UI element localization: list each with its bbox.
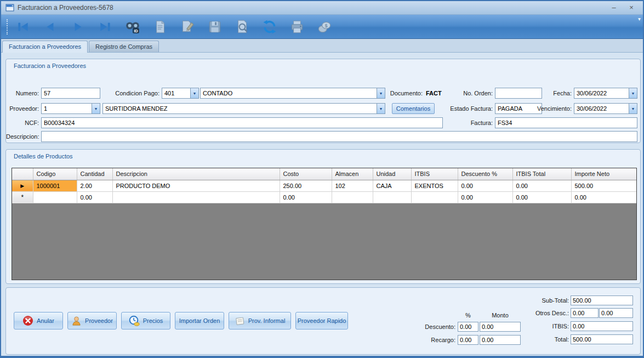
cell-descuento[interactable]: 0.00: [458, 180, 512, 191]
tab-registro-compras[interactable]: Registro de Compras: [89, 41, 159, 52]
dropdown-arrow-icon[interactable]: ▼: [377, 104, 385, 113]
cell-almacen[interactable]: [332, 191, 373, 203]
cell-descripcion[interactable]: PRODUCTO DEMO: [112, 180, 280, 191]
proveedor-rapido-label: Proveedor Rapido: [298, 317, 346, 324]
print-button[interactable]: [288, 18, 306, 36]
column-header-itbis-total[interactable]: ITBIS Total: [512, 168, 571, 180]
invoice-header-group: Facturacion a Proveedores Numero: Condic…: [5, 59, 641, 143]
cell-itbis-total[interactable]: 0.00: [512, 191, 571, 203]
cell-itbis[interactable]: [411, 191, 458, 203]
proveedor-code-combo[interactable]: 1 ▼: [41, 103, 100, 114]
total-input[interactable]: [571, 334, 633, 344]
recargo-percent-input[interactable]: [458, 335, 478, 345]
tab-facturacion-proveedores[interactable]: Facturacion a Proveedores: [2, 41, 88, 53]
current-row-indicator[interactable]: ▶: [12, 180, 33, 191]
cell-costo[interactable]: 0.00: [280, 191, 332, 203]
new-record-button[interactable]: [151, 18, 169, 36]
cell-costo[interactable]: 250.00: [280, 180, 332, 191]
save-record-button[interactable]: [206, 18, 224, 36]
last-record-button[interactable]: [96, 18, 115, 36]
cell-itbis-total[interactable]: 0.00: [512, 180, 571, 191]
products-grid-table: Codigo Cantidad Descripcion Costo Almace…: [12, 168, 637, 203]
dollar-glyph: $: [325, 22, 328, 28]
column-header-itbis[interactable]: ITBIS: [411, 168, 458, 180]
comentarios-button[interactable]: Comentarios: [392, 103, 435, 114]
column-header-descripcion[interactable]: Descripcion: [112, 168, 280, 180]
grid-select-all-header[interactable]: [12, 168, 33, 180]
condicion-pago-label: Condicion Pago:: [110, 88, 159, 99]
preview-record-button[interactable]: [233, 18, 252, 36]
proveedor-name-combo[interactable]: SURTIDORA MENDEZ ▼: [102, 103, 385, 114]
cell-descuento[interactable]: 0.00: [458, 191, 512, 203]
proveedor-button[interactable]: Proveedor: [67, 312, 117, 329]
tab-strip: Facturacion a Proveedores Registro de Co…: [1, 39, 643, 53]
vencimiento-label: Vencimiento:: [535, 103, 572, 114]
cell-descripcion[interactable]: [112, 191, 280, 203]
dropdown-arrow-icon[interactable]: ▼: [629, 88, 637, 98]
details-group: Detalles de Productos Codigo Cantidad De…: [5, 149, 641, 284]
proveedor-rapido-button[interactable]: Proveedor Rapido: [295, 312, 348, 329]
no-orden-input[interactable]: [495, 88, 542, 99]
dropdown-arrow-icon[interactable]: ▼: [377, 88, 385, 98]
otros-desc-percent-input[interactable]: [571, 308, 599, 318]
anular-label: Anular: [37, 317, 54, 324]
column-header-unidad[interactable]: Unidad: [373, 168, 411, 180]
otros-desc-monto-input[interactable]: [599, 308, 633, 318]
column-header-almacen[interactable]: Almacen: [332, 168, 373, 180]
column-header-codigo[interactable]: Codigo: [33, 168, 77, 180]
cell-codigo[interactable]: [33, 191, 77, 203]
factura-input[interactable]: [495, 117, 637, 128]
dropdown-arrow-icon[interactable]: ▼: [190, 88, 198, 98]
cell-unidad[interactable]: CAJA: [373, 180, 411, 191]
first-record-button[interactable]: [14, 18, 32, 36]
close-button[interactable]: ×: [624, 2, 639, 13]
toolbar-overflow-icon[interactable]: ▾: [638, 16, 641, 22]
condicion-pago-name-combo[interactable]: CONTADO ▼: [200, 88, 385, 99]
cell-cantidad[interactable]: 0.00: [77, 191, 112, 203]
cell-almacen[interactable]: 102: [332, 180, 373, 191]
recargo-monto-input[interactable]: [480, 335, 521, 345]
next-record-button[interactable]: [69, 18, 87, 36]
column-header-costo[interactable]: Costo: [280, 168, 332, 180]
new-row-indicator[interactable]: *: [12, 191, 33, 203]
itbis-label: ITBIS:: [518, 321, 569, 331]
anular-button[interactable]: Anular: [14, 312, 63, 329]
descuento-monto-input[interactable]: [480, 322, 521, 332]
column-header-descuento[interactable]: Descuento %: [458, 168, 512, 180]
window-title: Facturacion a Proveedores-5678: [18, 4, 603, 12]
footer-group: Anular Proveedor: [5, 287, 641, 355]
subtotal-input[interactable]: [571, 296, 633, 305]
dropdown-arrow-icon[interactable]: ▼: [92, 104, 100, 113]
cancel-icon: [22, 315, 33, 326]
factura-label: Factura:: [455, 117, 493, 128]
importar-orden-button[interactable]: Importar Orden: [175, 312, 224, 329]
fecha-date-picker[interactable]: 30/06/2022 ▼: [574, 88, 637, 99]
refresh-button[interactable]: [260, 18, 279, 36]
proveedor-label: Proveedor:: [9, 103, 39, 114]
cell-codigo[interactable]: 1000001: [33, 180, 77, 191]
dropdown-arrow-icon[interactable]: ▼: [629, 104, 637, 113]
ncf-input[interactable]: [41, 117, 443, 128]
search-by-id-button[interactable]: ID: [123, 18, 142, 36]
documento-label: Documento:: [389, 88, 423, 99]
descuento-percent-input[interactable]: [458, 322, 478, 332]
cell-unidad[interactable]: [373, 191, 411, 203]
itbis-input[interactable]: [571, 321, 633, 331]
previous-record-button[interactable]: [41, 18, 60, 36]
payments-button[interactable]: $: [315, 18, 334, 36]
column-header-cantidad[interactable]: Cantidad: [77, 168, 112, 180]
column-header-importe-neto[interactable]: Importe Neto: [571, 168, 636, 180]
condicion-pago-code-combo[interactable]: 401 ▼: [162, 88, 199, 99]
cell-importe-neto[interactable]: 500.00: [571, 180, 636, 191]
edit-record-button[interactable]: [178, 18, 197, 36]
cell-importe-neto[interactable]: 0.00: [571, 191, 636, 203]
precios-button[interactable]: Precios: [121, 312, 170, 329]
descripcion-input[interactable]: [41, 131, 637, 142]
vencimiento-date-picker[interactable]: 30/06/2022 ▼: [574, 103, 637, 114]
prov-informal-button[interactable]: Prov. Informal: [229, 312, 291, 329]
cell-cantidad[interactable]: 2.00: [77, 180, 112, 191]
table-row: ▶ 1000001 2.00 PRODUCTO DEMO 250.00 102 …: [12, 180, 636, 191]
cell-itbis[interactable]: EXENTOS: [411, 180, 458, 191]
minimize-button[interactable]: –: [607, 2, 621, 13]
numero-input[interactable]: [41, 88, 100, 99]
